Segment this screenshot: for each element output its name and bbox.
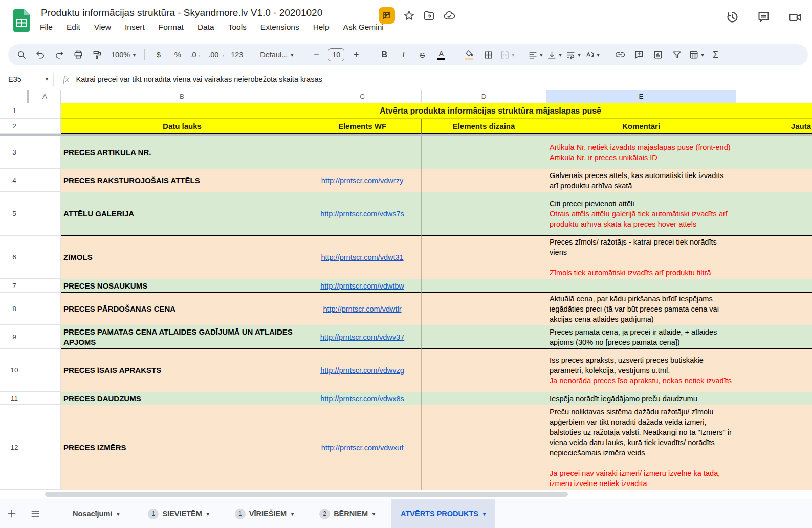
formula-input[interactable]: Katrai precei var tikt norādīta viena va… — [76, 75, 322, 83]
menu-tools[interactable]: Tools — [228, 23, 247, 32]
header-elements-dizaina[interactable]: Elements dizainā — [422, 119, 546, 134]
cell-datu-lauks[interactable]: ZĪMOLS — [61, 235, 303, 279]
text-color-button[interactable]: A — [434, 47, 448, 62]
strikethrough-button[interactable]: S — [415, 47, 429, 62]
column-header-f[interactable] — [736, 90, 812, 103]
cell-column-a[interactable] — [29, 279, 61, 292]
cell-jautajumi[interactable] — [736, 136, 812, 169]
wf-link[interactable]: http://prntscr.com/vdws7s — [320, 210, 404, 218]
cell-jautajumi[interactable] — [736, 292, 812, 325]
menu-ask-gemini[interactable]: Ask Gemini — [343, 23, 384, 32]
redo-button[interactable] — [52, 47, 67, 62]
create-filter-button[interactable] — [670, 47, 684, 62]
font-size-input[interactable]: 10 — [328, 48, 344, 61]
increase-font-size-button[interactable]: + — [349, 47, 363, 62]
menu-insert[interactable]: Insert — [125, 23, 145, 32]
row-number[interactable]: 12 — [0, 405, 29, 490]
header-komentari[interactable]: Komentāri — [546, 119, 736, 134]
cell-elements-wf[interactable]: http://prntscr.com/vdwtbw — [303, 279, 422, 292]
insert-link-button[interactable] — [613, 47, 627, 62]
tab-sievietem[interactable]: 1 SIEVIETĒM▾ — [139, 499, 218, 528]
table-views-button[interactable]: ▾ — [689, 47, 704, 62]
cell-column-a[interactable] — [29, 292, 61, 325]
cell-datu-lauks[interactable]: PRECES PAMATAS CENA ATLAIDES GADĪJUMĀ UN… — [61, 325, 303, 348]
cell-komentari[interactable]: Preces zīmols/ ražotājs - katrai precei … — [546, 235, 736, 279]
cell-elements-wf[interactable]: http://prntscr.com/vdws7s — [303, 192, 422, 235]
merge-cells-button[interactable]: ▾ — [500, 47, 514, 62]
format-currency-button[interactable]: $ — [151, 47, 166, 62]
cell-jautajumi[interactable] — [736, 235, 812, 279]
cell-elements-dizaina[interactable] — [422, 235, 546, 279]
cell-jautajumi[interactable] — [736, 325, 812, 348]
horizontal-align-button[interactable]: ▾ — [528, 47, 542, 62]
row-number[interactable]: 11 — [0, 392, 29, 405]
cell-a1[interactable] — [29, 103, 61, 119]
cell-column-a[interactable] — [29, 192, 61, 235]
header-elements-wf[interactable]: Elements WF — [303, 119, 422, 134]
header-jautajumi[interactable]: Jautā — [736, 119, 812, 134]
cell-elements-wf[interactable]: http://prntscr.com/vdwx8s — [303, 392, 422, 405]
format-percent-button[interactable]: % — [170, 47, 185, 62]
cell-jautajumi[interactable] — [736, 279, 812, 292]
column-header-d[interactable]: D — [422, 90, 546, 103]
cell-column-a[interactable] — [29, 235, 61, 279]
cell-elements-dizaina[interactable] — [422, 292, 546, 325]
cell-elements-dizaina[interactable] — [422, 405, 546, 490]
row-number[interactable]: 5 — [0, 192, 29, 235]
comments-icon[interactable] — [757, 10, 771, 24]
decrease-font-size-button[interactable]: − — [309, 47, 323, 62]
cell-komentari[interactable]: Iespēja norādīt iegādājamo preču daudzum… — [546, 392, 736, 405]
cell-datu-lauks[interactable]: ATTĒLU GALERIJA — [61, 192, 303, 235]
cell-elements-dizaina[interactable] — [422, 392, 546, 405]
print-button[interactable] — [71, 47, 85, 62]
row-number[interactable]: 7 — [0, 279, 29, 292]
menu-view[interactable]: View — [94, 23, 111, 32]
cell-elements-dizaina[interactable] — [422, 279, 546, 292]
cell-komentari[interactable]: Citi precei pievienoti attēli Otrais att… — [546, 192, 736, 235]
zoom-select[interactable]: 100%▾ — [109, 51, 138, 59]
row-number[interactable]: 3 — [0, 136, 29, 169]
wf-link[interactable]: http://prntscr.com/vdwv37 — [320, 333, 404, 341]
star-icon[interactable] — [403, 10, 415, 21]
cell-elements-wf[interactable]: http://prntscr.com/vdwrzy — [303, 169, 422, 192]
insert-comment-button[interactable] — [632, 47, 646, 62]
wf-link[interactable]: http://prntscr.com/vdwtbw — [320, 282, 404, 290]
cell-datu-lauks[interactable]: PRECES ARTIKULA NR. — [61, 136, 303, 169]
cell-jautajumi[interactable] — [736, 405, 812, 490]
sheets-logo-icon[interactable] — [13, 9, 30, 32]
wf-link[interactable]: http://prntscr.com/vdwxuf — [321, 444, 403, 452]
cell-a2[interactable] — [29, 119, 61, 134]
header-datu-lauks[interactable]: Datu lauks — [61, 119, 303, 134]
tab-atverts-produkts-active[interactable]: ATVĒRTS PRODUKTS▾ — [391, 499, 495, 528]
cell-komentari[interactable]: Preces pamata cena, ja precei ir atlaide… — [546, 325, 736, 348]
cell-elements-wf[interactable]: http://prntscr.com/vdwvzg — [303, 348, 422, 392]
row-number[interactable]: 2 — [0, 119, 29, 134]
column-header-b[interactable]: B — [61, 90, 303, 103]
menu-help[interactable]: Help — [313, 23, 330, 32]
cloud-saved-icon[interactable] — [443, 10, 456, 21]
tab-viriesiem[interactable]: 1 VĪRIEŠIEM▾ — [226, 499, 303, 528]
column-header-a[interactable]: A — [29, 90, 61, 103]
video-call-icon[interactable] — [788, 10, 803, 24]
cell-column-a[interactable] — [29, 136, 61, 169]
wf-link[interactable]: http://prntscr.com/vdwrzy — [321, 177, 403, 185]
cell-column-a[interactable] — [29, 169, 61, 192]
cell-elements-wf[interactable] — [303, 136, 422, 169]
search-menus-button[interactable] — [14, 47, 29, 62]
cell-elements-dizaina[interactable] — [422, 136, 546, 169]
menu-edit[interactable]: Edit — [67, 23, 80, 32]
borders-button[interactable] — [481, 47, 495, 62]
cell-datu-lauks[interactable]: PRECES ĪSAIS APRAKSTS — [61, 348, 303, 392]
tab-berniem[interactable]: 2 BĒRNIEM▾ — [310, 499, 384, 528]
decrease-decimal-button[interactable]: .0← — [189, 47, 204, 62]
cell-komentari[interactable]: Artikula Nr. netiek izvadīts mājaslapas … — [546, 136, 736, 169]
cell-datu-lauks[interactable]: PRECES NOSAUKUMS — [61, 279, 303, 292]
text-wrap-button[interactable]: ▾ — [566, 47, 580, 62]
cell-komentari[interactable] — [546, 279, 736, 292]
cell-datu-lauks[interactable]: PRECES RAKSTUROJOŠAIS ATTĒLS — [61, 169, 303, 192]
cell-elements-wf[interactable]: http://prntscr.com/vdwv37 — [303, 325, 422, 348]
column-header-e-selected[interactable]: E — [546, 90, 736, 103]
menu-format[interactable]: Format — [159, 23, 184, 32]
fill-color-button[interactable] — [462, 47, 476, 62]
increase-decimal-button[interactable]: .00→ — [208, 47, 225, 62]
